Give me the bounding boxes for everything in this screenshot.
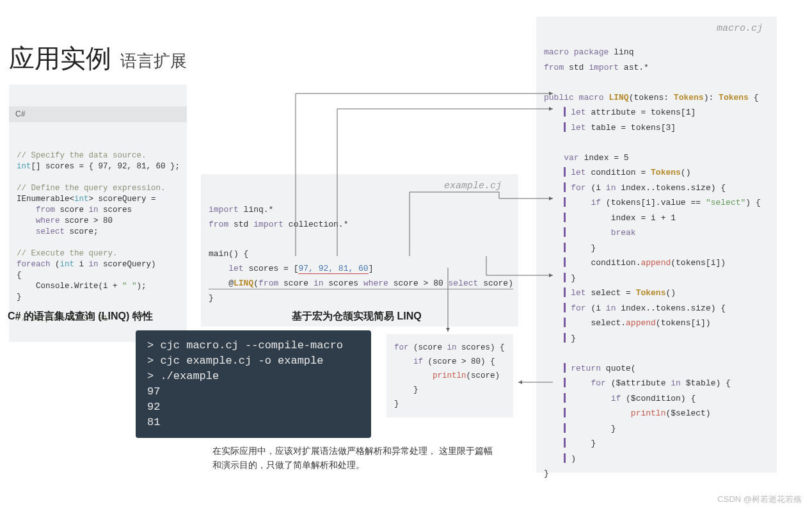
macro-filename: macro.cj bbox=[717, 23, 763, 34]
footnote: 在实际应用中，应该对扩展语法做严格解析和异常处理， 这里限于篇幅和演示目的，只做… bbox=[212, 444, 494, 472]
caption-linq: 基于宏为仓颉实现简易 LINQ bbox=[292, 310, 422, 323]
example-code-box: import linq.* from std import collection… bbox=[201, 174, 518, 327]
csharp-body: // Specify the data source. int[] scores… bbox=[9, 144, 187, 331]
example-body: import linq.* from std import collection… bbox=[201, 196, 518, 312]
csharp-code-box: C# // Specify the data source. int[] sco… bbox=[9, 85, 187, 342]
caption-csharp: C# 的语言集成查询 (LINQ) 特性 bbox=[8, 310, 153, 323]
macro-body: macro package linq from std import ast.*… bbox=[536, 38, 777, 488]
page-title: 应用实例 bbox=[9, 41, 111, 76]
page-subtitle: 语言扩展 bbox=[120, 50, 187, 72]
macro-code-box: macro package linq from std import ast.*… bbox=[536, 17, 777, 473]
example-filename: example.cj bbox=[444, 181, 502, 191]
watermark: CSDN @树若逝花若殇 bbox=[717, 494, 802, 505]
terminal-output: > cjc macro.cj --compile-macro > cjc exa… bbox=[136, 330, 371, 438]
csharp-header: C# bbox=[9, 106, 187, 122]
expanded-code-box: for (score in scores) { if (score > 80) … bbox=[386, 334, 513, 417]
